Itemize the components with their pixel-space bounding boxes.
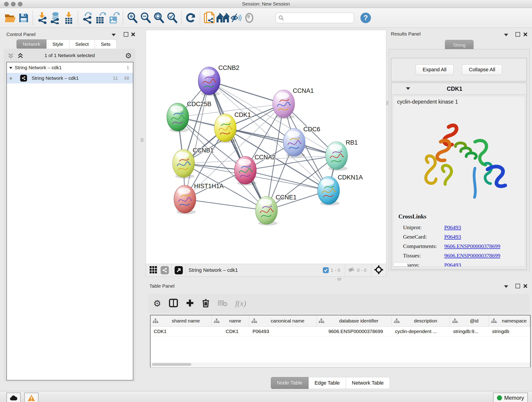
results-panel-menu-button[interactable] <box>504 33 508 37</box>
column-header--id[interactable]: @id <box>450 315 489 326</box>
horizontal-splitter-handle[interactable] <box>337 278 341 281</box>
network-node-CDK1[interactable]: CDK1 <box>214 111 251 143</box>
table-panel-close-button[interactable] <box>523 284 527 289</box>
network-node-CCNB1[interactable]: CCNB1 <box>172 147 214 179</box>
collapse-protein-icon[interactable] <box>406 87 410 90</box>
table-settings-gear-icon[interactable]: ⚙ <box>153 298 161 308</box>
tab-edge-table[interactable]: Edge Table <box>309 377 346 389</box>
network-node-CCNE1[interactable]: CCNE1 <box>255 194 297 225</box>
crosslink-link[interactable]: P06493 <box>444 224 461 230</box>
window-title: Session: New Session <box>0 1 532 7</box>
import-network-button[interactable] <box>36 11 49 25</box>
fit-selected-crosshair-icon[interactable] <box>374 265 383 275</box>
collapse-triangle-icon[interactable] <box>9 67 12 69</box>
search-input[interactable] <box>284 15 347 21</box>
import-network-icon <box>36 12 48 24</box>
crosslink-link[interactable]: 9606.ENSP00000378699 <box>444 243 500 249</box>
function-builder-icon[interactable]: f(x) <box>235 299 246 308</box>
import-table-button[interactable] <box>62 11 75 25</box>
export-network-button[interactable] <box>81 11 94 25</box>
network-node-RB1[interactable]: RB1 <box>326 139 358 171</box>
tab-style[interactable]: Style <box>46 39 70 49</box>
network-options-gear-icon[interactable]: ⚙ <box>125 51 132 60</box>
expand-all-button[interactable]: Expand All <box>416 64 454 75</box>
network-node-CDKN1A[interactable]: CDKN1A <box>317 174 363 206</box>
control-panel-menu-button[interactable] <box>112 33 116 37</box>
show-graphics-details-button[interactable] <box>243 11 256 25</box>
control-panel-close-button[interactable] <box>131 32 135 36</box>
network-node-HIST1H1A[interactable]: HIST1H1A <box>174 183 224 214</box>
selected-nodes-checkbox[interactable] <box>323 267 329 273</box>
column-header-description[interactable]: description <box>392 315 450 326</box>
warnings-button[interactable] <box>24 393 38 402</box>
hidden-items-eye-icon[interactable] <box>348 267 355 274</box>
network-node-CDC6[interactable]: CDC6 <box>283 126 320 157</box>
memory-label: Memory <box>504 395 524 401</box>
network-edge[interactable] <box>209 81 266 211</box>
table-row[interactable]: CDK1CDK1P064939606.ENSP00000378699cyclin… <box>151 327 530 337</box>
table-cell: P06493 <box>249 327 317 336</box>
zoom-in-button[interactable] <box>126 11 139 25</box>
memory-status-button[interactable]: Memory <box>493 393 528 402</box>
export-image-button[interactable] <box>107 11 120 25</box>
network-row-selected[interactable]: ● String Network – cdk1 11 48 <box>7 73 133 83</box>
network-edge[interactable] <box>185 81 209 199</box>
crosslink-link[interactable]: 9606.ENSP00000378699 <box>444 253 500 259</box>
tab-sets[interactable]: Sets <box>95 39 117 49</box>
open-session-button[interactable] <box>4 11 17 25</box>
delete-columns-trash-icon[interactable] <box>202 298 210 308</box>
tab-select[interactable]: Select <box>70 39 95 49</box>
column-header-namespace[interactable]: namespace <box>489 315 530 326</box>
network-node-CCNA1[interactable]: CCNA1 <box>273 87 314 119</box>
network-edge[interactable] <box>185 199 266 211</box>
string-home-button[interactable] <box>216 11 229 25</box>
table-hscrollbar[interactable] <box>151 363 530 366</box>
hide-graphics-details-button[interactable] <box>229 11 243 25</box>
table-panel-menu-button[interactable] <box>504 285 508 289</box>
table-cell: stringdb:9... <box>450 327 489 336</box>
cloud-status-button[interactable] <box>6 393 21 402</box>
network-canvas[interactable]: CCNB2CCNA1CDC25BCDK1CDC6RB1CCNB1CCNA2CDK… <box>146 30 386 264</box>
collapse-all-button[interactable]: Collapse All <box>462 64 502 75</box>
help-button[interactable]: ? <box>359 11 372 25</box>
column-header-canonical-name[interactable]: canonical name <box>249 315 317 326</box>
left-splitter-handle[interactable] <box>141 138 143 142</box>
network-share-icon[interactable] <box>161 266 169 274</box>
network-node-CDC25B[interactable]: CDC25B <box>167 101 211 132</box>
save-session-button[interactable] <box>17 11 30 25</box>
crosslink-link[interactable]: P06493 <box>444 262 461 267</box>
protein-card-header[interactable]: CDK1 <box>391 83 526 95</box>
birdseye-grid-icon[interactable] <box>149 266 157 275</box>
tab-network-table[interactable]: Network Table <box>346 377 390 389</box>
import-network-from-database-button[interactable] <box>49 11 62 25</box>
results-panel-float-button[interactable] <box>515 32 520 38</box>
table-panel-float-button[interactable] <box>515 284 520 289</box>
apply-layout-button[interactable] <box>184 11 197 25</box>
delete-table-icon[interactable] <box>217 299 228 308</box>
tab-network[interactable]: Network <box>17 39 46 49</box>
protein-description: cyclin-dependent kinase 1 <box>393 96 525 105</box>
network-edge[interactable] <box>209 81 284 104</box>
results-panel-close-button[interactable] <box>523 32 527 37</box>
crosslink-link[interactable]: P06493 <box>444 234 461 240</box>
crosslink-label: Tissues: <box>403 253 444 259</box>
network-node-CCNB2[interactable]: CCNB2 <box>198 64 239 96</box>
export-table-button[interactable] <box>94 11 107 25</box>
column-header-shared-name[interactable]: shared name <box>151 315 212 326</box>
column-header-name[interactable]: name <box>212 315 249 326</box>
import-database-icon <box>49 12 62 24</box>
create-column-plus-icon[interactable] <box>186 299 194 308</box>
show-columns-icon[interactable] <box>169 299 178 308</box>
network-node-CCNA2[interactable]: CCNA2 <box>234 154 276 185</box>
tab-node-table[interactable]: Node Table <box>271 377 309 389</box>
table-hscrollbar-thumb[interactable] <box>152 363 191 366</box>
open-view-in-window-icon[interactable] <box>175 266 183 274</box>
zoom-out-button[interactable] <box>139 11 152 25</box>
results-hscrollbar-thumb[interactable] <box>393 262 408 267</box>
network-collection-row[interactable]: String Network – cdk1 1 <box>7 62 133 73</box>
zoom-selected-button[interactable] <box>166 11 179 25</box>
control-panel-float-button[interactable] <box>124 32 128 38</box>
column-header-database-identifier[interactable]: database identifier <box>317 315 392 326</box>
zoom-fit-button[interactable] <box>152 11 166 25</box>
clone-network-button[interactable] <box>203 11 216 25</box>
